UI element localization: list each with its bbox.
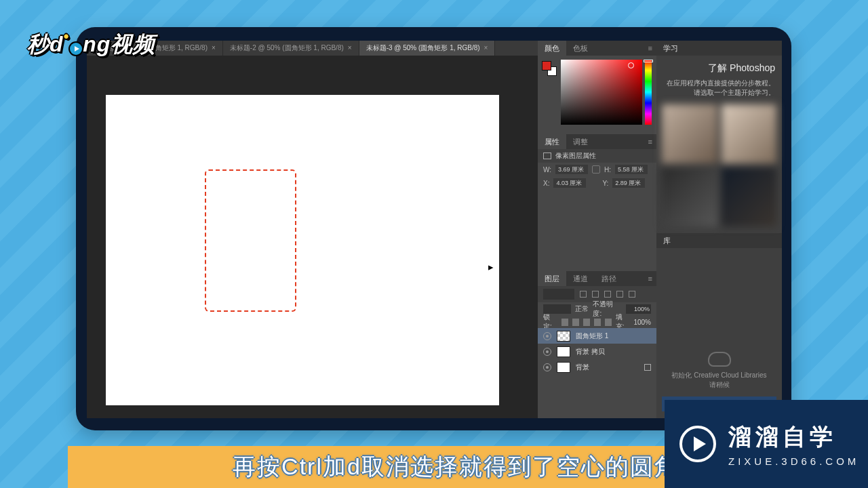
color-field[interactable]: [561, 60, 642, 125]
close-icon[interactable]: ×: [348, 44, 352, 52]
tab-swatches[interactable]: 色板: [566, 41, 595, 56]
height-field[interactable]: 5.58 厘米: [615, 165, 648, 174]
panel-tabs-color: 颜色 色板 ≡: [538, 41, 656, 56]
lock-icon[interactable]: [572, 319, 579, 326]
learn-subtitle: 在应用程序内直接提供的分步教程。请选取一个主题开始学习。: [663, 79, 775, 98]
tab-adjustments[interactable]: 调整: [566, 134, 595, 149]
fill-field[interactable]: 100%: [633, 319, 651, 326]
visibility-icon[interactable]: [543, 363, 551, 371]
brand-badge: 溜溜自学 ZIXUE.3D66.COM: [665, 400, 868, 488]
tab-libraries[interactable]: 库: [663, 237, 671, 245]
tab-channels[interactable]: 通道: [566, 271, 595, 286]
subtitle-text: 再按Ctrl加d取消选择就得到了空心的圆角矩: [233, 451, 703, 483]
layer-name: 背景 拷贝: [576, 347, 605, 357]
move-cursor-icon: ▸: [488, 261, 496, 272]
filter-icon[interactable]: [616, 291, 623, 298]
layer-name: 背景: [576, 363, 589, 372]
layers-panel: 图层 通道 路径 ≡: [538, 271, 656, 418]
close-icon[interactable]: ×: [484, 44, 488, 52]
layer-name: 圆角矩形 1: [576, 331, 608, 341]
layer-row[interactable]: 圆角矩形 1: [538, 328, 656, 344]
layer-row[interactable]: 背景: [538, 359, 656, 375]
x-field[interactable]: 4.03 厘米: [553, 178, 586, 188]
canvas-area: ▸: [87, 56, 539, 418]
visibility-icon[interactable]: [543, 348, 551, 356]
link-wh-icon[interactable]: [592, 165, 600, 174]
y-field[interactable]: 2.89 厘米: [612, 178, 645, 188]
width-field[interactable]: 3.69 厘米: [555, 165, 588, 174]
lock-icon: [644, 364, 651, 371]
learn-title: 了解 Photoshop: [663, 62, 775, 75]
properties-title: 像素图层属性: [555, 149, 596, 163]
layer-row[interactable]: 背景 拷贝: [538, 344, 656, 359]
tab-properties[interactable]: 属性: [538, 134, 566, 149]
panel-menu-icon[interactable]: ≡: [644, 41, 656, 56]
panel-menu-icon[interactable]: ≡: [644, 134, 656, 149]
rounded-rectangle-shape[interactable]: [205, 169, 296, 312]
canvas[interactable]: ▸: [106, 95, 499, 405]
filter-icon[interactable]: [580, 291, 587, 298]
hue-slider[interactable]: [645, 60, 652, 125]
laptop-frame: 未标题-1 @ 50% (圆角矩形 1, RGB/8)× 未标题-2 @ 50%…: [76, 27, 791, 430]
close-icon[interactable]: ×: [212, 44, 216, 52]
play-icon: [679, 426, 716, 462]
layer-thumbnail[interactable]: [557, 346, 570, 357]
tab-paths[interactable]: 路径: [595, 271, 623, 286]
brand-title: 溜溜自学: [728, 422, 859, 453]
cloud-icon: [708, 352, 731, 367]
visibility-icon[interactable]: [543, 332, 551, 340]
layer-thumbnail[interactable]: [557, 362, 570, 373]
lock-icon[interactable]: [594, 319, 601, 326]
layer-filter-select[interactable]: [543, 289, 574, 300]
filter-icon[interactable]: [604, 291, 611, 298]
lock-icon[interactable]: [561, 319, 568, 326]
brand-url: ZIXUE.3D66.COM: [728, 455, 859, 467]
lock-icon[interactable]: [605, 319, 612, 326]
filter-icon[interactable]: [592, 291, 599, 298]
lock-icon[interactable]: [583, 319, 590, 326]
document-tab-active[interactable]: 未标题-3 @ 50% (圆角矩形 1, RGB/8)×: [359, 41, 496, 56]
properties-panel: 属性 调整 ≡ 像素图层属性 W: 3.69 厘米 H: 5.58 厘米: [538, 134, 656, 271]
learn-thumbnails[interactable]: [662, 104, 776, 226]
layer-thumbnail[interactable]: [557, 331, 570, 342]
photoshop-app: 未标题-1 @ 50% (圆角矩形 1, RGB/8)× 未标题-2 @ 50%…: [87, 41, 782, 418]
tab-learn[interactable]: 学习: [663, 43, 678, 54]
tab-color[interactable]: 颜色: [538, 41, 566, 56]
filter-icon[interactable]: [629, 291, 635, 298]
video-watermark-logo: 秒d•ng视频: [27, 30, 155, 60]
color-panel: [538, 56, 656, 134]
tab-layers[interactable]: 图层: [538, 271, 566, 286]
pixel-layer-icon: [543, 152, 551, 159]
fg-bg-swatch[interactable]: [542, 61, 557, 76]
document-tab[interactable]: 未标题-2 @ 50% (圆角矩形 1, RGB/8)×: [223, 41, 359, 56]
panel-menu-icon[interactable]: ≡: [644, 271, 656, 286]
